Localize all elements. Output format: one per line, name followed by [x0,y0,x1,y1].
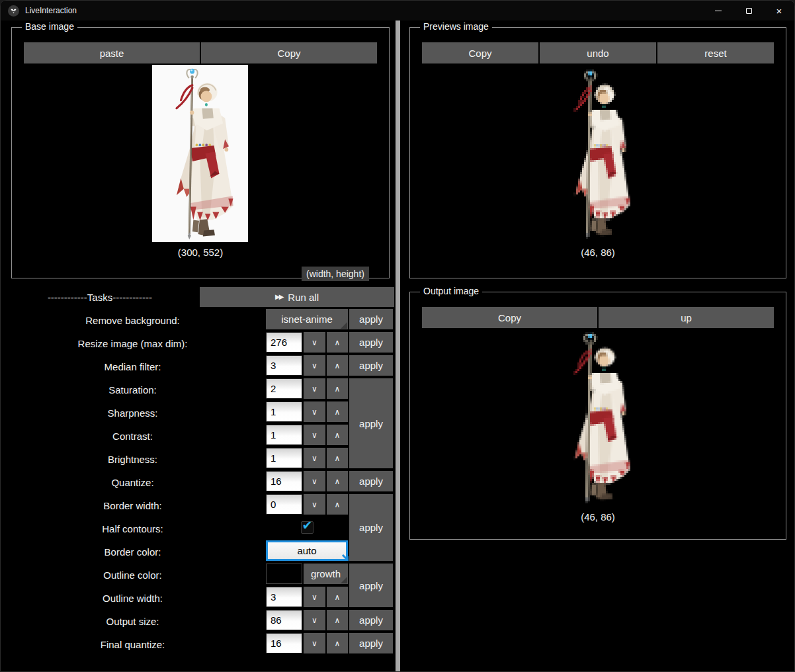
model-dropdown[interactable]: isnet-anime [266,309,348,329]
base-image-button-row: paste Copy [24,42,377,63]
apply-button-outline-color[interactable]: apply [349,564,393,607]
spin-value-quantize[interactable]: 16 [266,471,302,491]
paste-button[interactable]: paste [24,42,200,63]
output-button-row: Copy up [422,307,774,328]
apply-button-final-quantize[interactable]: apply [349,633,393,653]
growth-button[interactable]: growth [304,564,348,584]
output-size-label: (46, 86) [410,511,786,523]
checkmark-icon: ✔ [302,518,313,533]
app-logo-icon [8,5,19,17]
spin-value-final-quantize[interactable]: 16 [266,633,302,653]
border-color-auto-button[interactable]: auto [266,540,348,561]
minimize-icon [715,11,722,11]
output-image-group: Output image Copy up (46, 86) [409,292,786,540]
tasks-grid: Remove background:isnet-animeapplyResize… [1,309,396,656]
copy-preview-button[interactable]: Copy [422,42,538,63]
panel-splitter[interactable] [396,21,400,672]
spin-down-icon[interactable]: ∨ [304,332,325,353]
spin-up-icon[interactable]: ∧ [327,355,348,376]
apply-button-quantize[interactable]: apply [349,471,393,491]
close-button[interactable]: × [764,1,794,21]
spin-down-icon[interactable]: ∨ [304,425,325,445]
spin-value-border-width[interactable]: 0 [266,494,302,515]
task-label-outline-width: Outline width: [1,587,265,610]
spin-down-icon[interactable]: ∨ [304,610,325,630]
spin-down-icon[interactable]: ∨ [304,494,325,515]
spin-down-icon[interactable]: ∨ [304,471,325,491]
spin-value-median-filter[interactable]: 3 [266,355,302,376]
minimize-button[interactable] [703,1,733,21]
undo-button[interactable]: undo [540,42,656,63]
task-label-contrast: Contrast: [1,425,265,448]
base-image-size-label: (300, 552) [12,247,389,258]
spin-value-brightness[interactable]: 1 [266,448,302,468]
apply-button-resize-image-max-dim[interactable]: apply [349,332,393,353]
previews-image-group: Previews image Copy undo reset (46, 86) [409,27,786,278]
base-image-group: Base image paste Copy (300, 552) [11,27,390,278]
preview-image [552,67,644,241]
spin-value-saturation[interactable]: 2 [266,378,302,399]
spin-down-icon[interactable]: ∨ [304,401,325,422]
task-label-resize-image-max-dim: Resize image (max dim): [1,332,265,355]
spin-value-resize-image-max-dim[interactable]: 276 [266,332,302,353]
run-all-button[interactable]: ▶▶ Run all [200,287,394,307]
run-all-label: Run all [288,292,319,303]
window-controls: × [703,1,794,21]
spin-down-icon[interactable]: ∨ [304,378,325,399]
task-label-border-width: Border width: [1,494,265,517]
spin-down-icon[interactable]: ∨ [304,587,325,607]
app-window: LiveInteraction × Base image paste Copy … [0,0,795,672]
apply-button-remove-background[interactable]: apply [349,309,393,329]
spin-value-sharpness[interactable]: 1 [266,401,302,422]
task-label-border-color: Border color: [1,540,265,564]
spin-up-icon[interactable]: ∧ [327,633,348,653]
base-image-group-title: Base image [22,21,77,32]
spin-value-output-size[interactable]: 86 [266,610,302,630]
apply-button-median-filter[interactable]: apply [349,355,393,376]
spin-down-icon[interactable]: ∨ [304,448,325,468]
task-label-median-filter: Median filter: [1,355,265,378]
spin-up-icon[interactable]: ∧ [327,610,348,630]
spin-down-icon[interactable]: ∨ [304,355,325,376]
spin-up-icon[interactable]: ∧ [327,448,348,468]
copy-output-button[interactable]: Copy [422,307,597,328]
maximize-button[interactable] [733,1,764,21]
size-tooltip: (width, height) [302,267,369,281]
run-all-icon: ▶▶ [275,293,282,301]
maximize-icon [746,8,752,14]
output-image [551,330,645,505]
menu-corner-indicator [341,577,347,583]
spin-up-icon[interactable]: ∧ [327,332,348,353]
previews-group-title: Previews image [420,21,492,32]
half-contours-checkbox[interactable]: ✔ [301,521,314,534]
spin-value-outline-width[interactable]: 3 [266,587,302,607]
preview-size-label: (46, 86) [410,247,786,258]
previews-button-row: Copy undo reset [422,42,774,63]
task-label-brightness: Brightness: [1,448,265,471]
spin-up-icon[interactable]: ∧ [327,494,348,515]
spin-up-icon[interactable]: ∧ [327,425,348,445]
apply-button-saturation[interactable]: apply [349,378,393,468]
task-label-output-size: Output size: [1,610,265,633]
window-title: LiveInteraction [25,6,77,15]
copy-base-button[interactable]: Copy [201,42,377,63]
spin-down-icon[interactable]: ∨ [304,633,325,653]
close-icon: × [776,6,782,16]
output-group-title: Output image [420,286,482,296]
reset-button[interactable]: reset [657,42,774,63]
spin-up-icon[interactable]: ∧ [327,587,348,607]
spin-up-icon[interactable]: ∧ [327,471,348,491]
task-label-outline-color: Outline color: [1,564,265,587]
tasks-header: ------------Tasks------------ [1,292,199,303]
spin-up-icon[interactable]: ∧ [327,378,348,399]
title-bar[interactable]: LiveInteraction × [1,1,794,21]
spin-value-contrast[interactable]: 1 [266,425,302,445]
apply-button-border-width[interactable]: apply [349,494,393,561]
spin-up-icon[interactable]: ∧ [327,401,348,422]
apply-button-output-size[interactable]: apply [349,610,393,630]
task-label-saturation: Saturation: [1,378,265,401]
task-label-half-contours: Half contours: [1,517,265,540]
up-button[interactable]: up [599,307,774,328]
outline-color-swatch[interactable] [266,564,302,584]
menu-corner-indicator [341,322,347,329]
